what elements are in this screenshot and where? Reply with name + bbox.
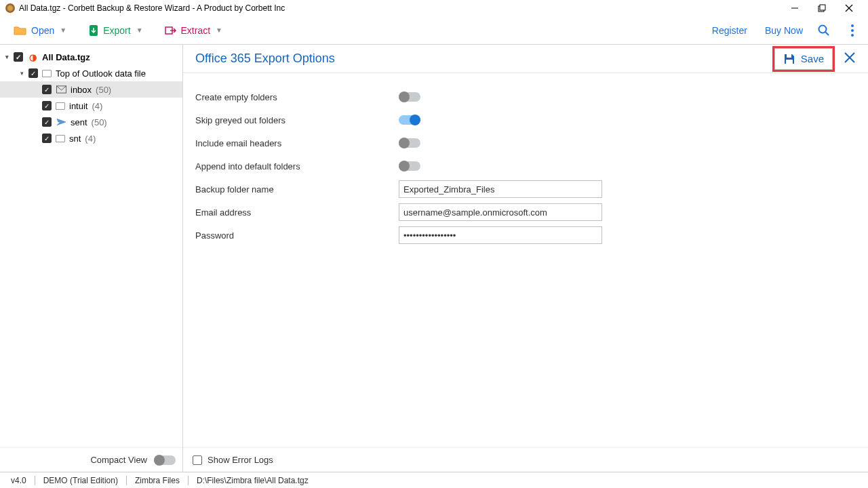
option-label: Create empty folders [195,92,399,102]
extract-button[interactable]: Extract ▼ [159,22,228,39]
create-empty-toggle[interactable] [399,92,420,102]
option-label: Append into default folders [195,161,399,171]
status-path: D:\Files\Zimbra file\All Data.tgz [189,476,317,485]
tree-item-snt[interactable]: ✓ snt (4) [0,130,182,146]
show-logs-checkbox[interactable] [193,455,202,465]
tree-item-count: (50) [92,117,107,127]
status-bar: v4.0 DEMO (Trial Edition) Zimbra Files D… [0,472,868,488]
folder-icon [56,135,65,142]
folder-icon [56,102,65,110]
tree-item-count: (4) [92,101,102,111]
option-email: Email address [195,201,856,224]
sidebar-footer: Compact View [0,447,182,472]
main-footer: Show Error Logs [183,447,868,472]
close-panel-button[interactable] [844,50,856,68]
main-toolbar: Open ▼ Export ▼ Extract ▼ Register Buy N… [0,16,868,45]
save-icon [783,53,795,65]
tree-root-label: All Data.tgz [42,52,90,62]
sent-icon [56,117,66,127]
checkbox-icon[interactable]: ✓ [42,134,52,143]
checkbox-icon[interactable]: ✓ [14,52,23,62]
tree-item-count: (4) [85,134,96,144]
checkbox-icon[interactable]: ✓ [28,68,38,78]
extract-label: Extract [181,25,211,36]
option-skip-greyed: Skip greyed out folders [195,108,856,131]
close-button[interactable] [842,1,856,15]
buy-now-link[interactable]: Buy Now [765,25,803,36]
export-button[interactable]: Export ▼ [83,22,148,39]
checkbox-icon[interactable]: ✓ [42,117,52,127]
search-icon[interactable] [816,23,831,38]
save-button[interactable]: Save [774,48,833,70]
export-icon [88,24,99,37]
save-label: Save [801,53,824,64]
tree-item-intuit[interactable]: ✓ intuit (4) [0,98,182,114]
append-default-toggle[interactable] [399,161,420,171]
option-label: Include email headers [195,138,399,148]
password-input[interactable] [399,226,602,244]
open-label: Open [31,25,54,36]
folder-tree: ▾ ✓ ◑ All Data.tgz ▾ ✓ Top of Outlook da… [0,45,182,447]
folder-open-icon [14,25,27,36]
tree-item-label: Top of Outlook data file [56,68,146,79]
extract-icon [165,25,177,36]
collapse-icon[interactable]: ▾ [5,54,12,60]
tree-item-label: inbox [71,85,92,95]
folder-icon [42,70,52,77]
chevron-down-icon: ▼ [136,26,143,34]
app-icon [5,3,15,13]
main-header: Office 365 Export Options Save [183,45,868,73]
mail-icon [56,84,66,95]
tree-item-label: intuit [69,101,87,111]
checkbox-icon[interactable]: ✓ [42,101,52,110]
checkbox-icon[interactable]: ✓ [42,85,52,94]
maximize-button[interactable] [815,1,829,15]
tree-root[interactable]: ▾ ✓ ◑ All Data.tgz [0,49,182,65]
tree-item-label: sent [71,117,87,127]
option-append-default: Append into default folders [195,155,856,178]
svg-rect-10 [787,54,791,58]
chevron-down-icon: ▼ [216,26,222,34]
skip-greyed-toggle[interactable] [399,115,420,125]
include-headers-toggle[interactable] [399,138,420,148]
option-label: Email address [195,207,399,218]
show-logs-label: Show Error Logs [208,455,273,465]
minimize-button[interactable] [788,1,802,15]
backup-name-input[interactable] [399,180,602,198]
tree-item-outlook[interactable]: ▾ ✓ Top of Outlook data file [0,65,182,81]
svg-rect-11 [786,60,793,64]
svg-rect-2 [820,5,825,10]
collapse-icon[interactable]: ▾ [20,70,27,77]
window-title: All Data.tgz - Corbett Backup & Restore … [19,3,788,13]
status-edition: DEMO (Trial Edition) [35,476,126,485]
svg-point-7 [819,25,827,33]
tree-item-inbox[interactable]: ✓ inbox (50) [0,81,182,98]
register-link[interactable]: Register [712,25,747,36]
email-input[interactable] [399,203,602,221]
option-label: Backup folder name [195,184,399,195]
title-bar: All Data.tgz - Corbett Backup & Restore … [0,0,868,16]
panel-title: Office 365 Export Options [195,52,774,66]
option-label: Skip greyed out folders [195,115,399,125]
tree-item-label: snt [69,134,81,144]
compact-view-label: Compact View [90,455,147,465]
o365-icon: ◑ [27,52,38,62]
main-panel: Office 365 Export Options Save Create em… [183,45,868,472]
compact-view-toggle[interactable] [154,455,176,465]
option-include-headers: Include email headers [195,131,856,155]
export-label: Export [103,25,130,36]
more-menu-icon[interactable] [845,23,860,38]
status-filetype: Zimbra Files [127,476,188,485]
option-backup-name: Backup folder name [195,178,856,201]
option-password: Password [195,224,856,247]
status-version: v4.0 [3,476,35,485]
option-create-empty: Create empty folders [195,85,856,108]
tree-item-sent[interactable]: ✓ sent (50) [0,114,182,130]
options-area: Create empty folders Skip greyed out fol… [183,73,868,259]
chevron-down-icon: ▼ [60,26,66,34]
sidebar: ▾ ✓ ◑ All Data.tgz ▾ ✓ Top of Outlook da… [0,45,183,472]
body: ▾ ✓ ◑ All Data.tgz ▾ ✓ Top of Outlook da… [0,45,868,472]
open-button[interactable]: Open ▼ [8,22,72,39]
svg-line-8 [825,32,829,35]
tree-item-count: (50) [96,85,111,95]
